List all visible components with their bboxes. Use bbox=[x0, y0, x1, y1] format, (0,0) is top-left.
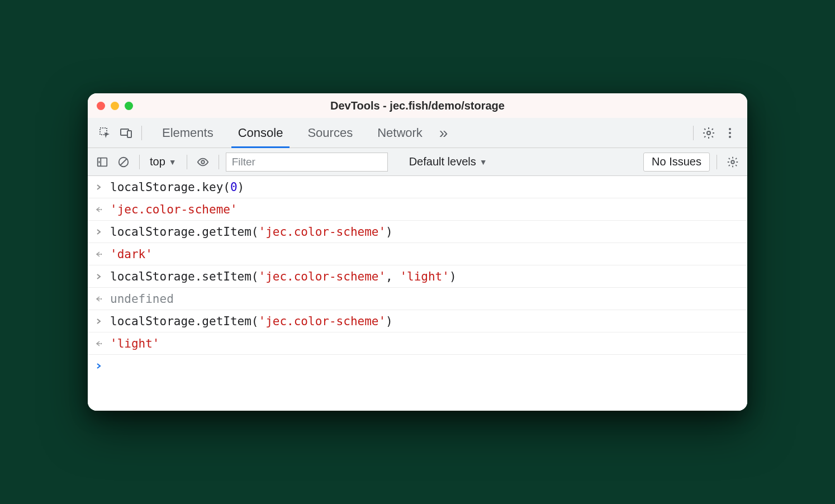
console-output-row: 'dark' bbox=[88, 243, 747, 265]
input-chevron-icon bbox=[93, 229, 105, 235]
console-input[interactable] bbox=[110, 359, 117, 373]
output-arrow-icon bbox=[93, 340, 105, 347]
console-input-row: localStorage.getItem('jec.color-scheme') bbox=[88, 310, 747, 332]
panel-tabbar: ElementsConsoleSourcesNetwork » bbox=[88, 118, 747, 148]
input-chevron-icon bbox=[93, 184, 105, 191]
svg-point-14 bbox=[101, 253, 102, 255]
context-label: top bbox=[150, 155, 165, 168]
svg-point-3 bbox=[707, 131, 710, 135]
prompt-chevron-icon bbox=[93, 363, 105, 369]
console-text: localStorage.key(0) bbox=[110, 180, 244, 194]
live-expression-icon[interactable] bbox=[194, 153, 212, 171]
output-arrow-icon bbox=[93, 296, 105, 302]
svg-point-5 bbox=[729, 132, 731, 134]
console-input-row: localStorage.key(0) bbox=[88, 176, 747, 198]
console-text: undefined bbox=[110, 292, 174, 306]
console-text: 'dark' bbox=[110, 248, 153, 261]
more-tabs-button[interactable]: » bbox=[435, 124, 453, 142]
divider bbox=[141, 126, 142, 140]
minimize-window-button[interactable] bbox=[111, 102, 119, 110]
divider bbox=[693, 126, 694, 140]
tab-sources[interactable]: Sources bbox=[297, 118, 363, 148]
traffic-lights bbox=[97, 102, 133, 110]
filter-input[interactable] bbox=[226, 153, 388, 172]
svg-point-13 bbox=[101, 208, 102, 210]
inspect-element-icon[interactable] bbox=[96, 123, 115, 142]
console-text: localStorage.setItem('jec.color-scheme',… bbox=[110, 270, 457, 283]
svg-point-11 bbox=[201, 160, 205, 164]
console-output-row: undefined bbox=[88, 288, 747, 310]
svg-point-16 bbox=[101, 343, 102, 344]
console-text: localStorage.getItem('jec.color-scheme') bbox=[110, 225, 393, 239]
tab-console[interactable]: Console bbox=[228, 118, 293, 148]
clear-console-icon[interactable] bbox=[115, 153, 132, 171]
input-chevron-icon bbox=[93, 318, 105, 325]
divider bbox=[139, 155, 140, 169]
console-output-row: 'light' bbox=[88, 332, 747, 355]
chevron-down-icon: ▼ bbox=[480, 158, 487, 167]
panel-tabs: ElementsConsoleSourcesNetwork bbox=[152, 118, 433, 148]
console-prompt-row[interactable] bbox=[88, 355, 747, 377]
console-text: 'jec.color-scheme' bbox=[110, 203, 238, 216]
svg-point-4 bbox=[729, 128, 731, 130]
output-arrow-icon bbox=[93, 206, 105, 213]
console-input-row: localStorage.getItem('jec.color-scheme') bbox=[88, 221, 747, 243]
log-levels-selector[interactable]: Default levels ▼ bbox=[405, 155, 492, 168]
console-text: 'light' bbox=[110, 337, 160, 350]
context-selector[interactable]: top ▼ bbox=[146, 155, 180, 168]
svg-rect-2 bbox=[127, 131, 131, 137]
svg-point-12 bbox=[731, 160, 734, 164]
tab-elements[interactable]: Elements bbox=[152, 118, 224, 148]
close-window-button[interactable] bbox=[97, 102, 105, 110]
console-input-row: localStorage.setItem('jec.color-scheme',… bbox=[88, 265, 747, 288]
window-title: DevTools - jec.fish/demo/storage bbox=[88, 99, 747, 112]
tab-network[interactable]: Network bbox=[367, 118, 433, 148]
devtools-window: DevTools - jec.fish/demo/storage Element… bbox=[88, 93, 747, 411]
console-output: localStorage.key(0)'jec.color-scheme'loc… bbox=[88, 176, 747, 411]
svg-line-10 bbox=[121, 159, 127, 165]
device-toolbar-icon[interactable] bbox=[117, 123, 136, 142]
input-chevron-icon bbox=[93, 273, 105, 280]
console-text: localStorage.getItem('jec.color-scheme') bbox=[110, 315, 393, 328]
maximize-window-button[interactable] bbox=[125, 102, 133, 110]
divider bbox=[187, 155, 187, 169]
svg-point-15 bbox=[101, 298, 102, 299]
kebab-menu-icon[interactable] bbox=[720, 123, 739, 142]
console-output-row: 'jec.color-scheme' bbox=[88, 198, 747, 221]
levels-label: Default levels bbox=[409, 155, 476, 168]
toggle-sidebar-icon[interactable] bbox=[93, 153, 111, 171]
svg-point-6 bbox=[729, 136, 731, 138]
console-toolbar: top ▼ Default levels ▼ No Issues bbox=[88, 148, 747, 176]
output-arrow-icon bbox=[93, 251, 105, 258]
issues-button[interactable]: No Issues bbox=[643, 153, 710, 172]
divider bbox=[219, 155, 219, 169]
console-settings-icon[interactable] bbox=[724, 153, 742, 171]
titlebar: DevTools - jec.fish/demo/storage bbox=[88, 93, 747, 118]
divider bbox=[717, 155, 717, 169]
chevron-down-icon: ▼ bbox=[169, 158, 177, 167]
settings-icon[interactable] bbox=[699, 123, 718, 142]
